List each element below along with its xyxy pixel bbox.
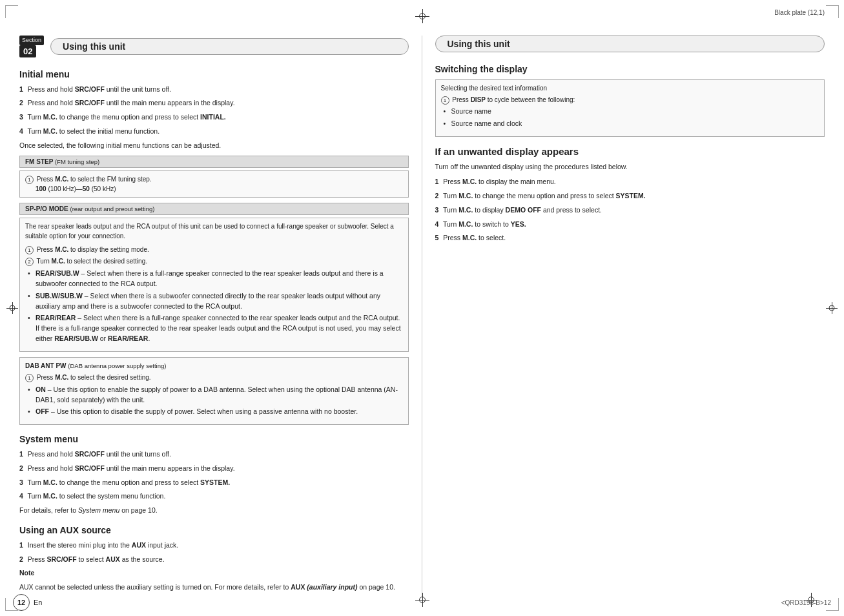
dab-title: DAB ANT PW (DAB antenna power supply set… [25, 361, 403, 371]
fm-step-content: 1 Press M.C. to select the FM tuning ste… [19, 170, 409, 198]
dab-circle-1: 1 [25, 374, 34, 382]
page-label: Black plate (12,1) [774, 9, 825, 16]
uw-step-4: 4 Turn M.C. to switch to YES. [435, 220, 825, 230]
sys-step-1: 1 Press and hold SRC/OFF until the unit … [19, 449, 409, 460]
fm-step-subtitle: (FM tuning step) [55, 158, 99, 165]
corner-mark-tl [5, 5, 18, 18]
sys-step-2: 2 Press and hold SRC/OFF until the main … [19, 464, 409, 474]
right-title-text: Using this unit [448, 39, 510, 49]
dab-bullets: ON – Use this option to enable the suppl… [25, 385, 403, 417]
bullet-sub-sub: SUB.W/SUB.W – Select when there is a sub… [36, 291, 403, 312]
sp-circle-1: 1 [25, 246, 34, 254]
sp-mode-box: SP-P/O MODE (rear output and preout sett… [19, 203, 409, 215]
left-title-text: Using this unit [63, 41, 125, 52]
sp-mode-title: SP-P/O MODE [25, 205, 68, 212]
uw-step-3: 3 Turn M.C. to display DEMO OFF and pres… [435, 205, 825, 216]
dab-ant-box: DAB ANT PW (DAB antenna power supply set… [19, 357, 409, 426]
step-1: 1 Press and hold SRC/OFF until the unit … [19, 85, 409, 95]
top-crosshair [415, 9, 429, 23]
system-menu-section: System menu 1 Press and hold SRC/OFF unt… [19, 434, 409, 516]
switching-box-text: Selecting the desired text information [441, 83, 819, 93]
right-title-bar: Using this unit [435, 36, 825, 52]
section-label: Section [19, 36, 44, 45]
step-3-text: Turn M.C. to change the menu option and … [28, 113, 226, 121]
section-num: 02 [19, 45, 36, 57]
sw-bullet-2: Source name and clock [451, 119, 819, 129]
unwanted-intro: Turn off the unwanted display using the … [435, 162, 825, 172]
footer-left: 12 En [13, 594, 42, 611]
step-2-text: Press and hold SRC/OFF until the main me… [28, 99, 235, 107]
dab-bullet-off: OFF – Use this option to disable the sup… [36, 407, 403, 417]
footer-lang: En [34, 599, 42, 606]
sp-mode-bullets: REAR/SUB.W – Select when there is a full… [25, 269, 403, 344]
page-num: 12 [13, 594, 30, 611]
system-menu-heading: System menu [19, 434, 409, 444]
step-4: 4 Turn M.C. to select the initial menu f… [19, 127, 409, 137]
sys-step-4-sub: For details, refer to System menu on pag… [19, 506, 409, 516]
step-4-sub: Once selected, the following initial men… [19, 141, 409, 151]
circle-1: 1 [25, 176, 34, 184]
switching-display-section: Switching the display Selecting the desi… [435, 64, 825, 137]
uw-step-5: 5 Press M.C. to select. [435, 233, 825, 243]
aux-source-section: Using an AUX source 1 Insert the stereo … [19, 525, 409, 593]
switching-box: Selecting the desired text information 1… [435, 79, 825, 137]
bullet-rear-rear: REAR/REAR – Select when there is a full-… [36, 313, 403, 344]
sp-circle-2: 2 [25, 258, 34, 266]
step-1-text: Press and hold SRC/OFF until the unit tu… [28, 85, 171, 93]
sp-mode-subtitle: (rear output and preout setting) [70, 205, 154, 212]
right-column: Using this unit Switching the display Se… [422, 36, 832, 597]
aux-note-text: AUX cannot be selected unless the auxili… [19, 582, 409, 593]
sp-mode-desc: The rear speaker leads output and the RC… [25, 221, 403, 241]
section-header-left: Section 02 Using this unit [19, 36, 409, 57]
aux-step-2: 2 Press SRC/OFF to select AUX as the sou… [19, 555, 409, 565]
switching-bullets: Source name Source name and clock [441, 107, 819, 129]
sw-circle-1: 1 [441, 96, 449, 105]
aux-heading: Using an AUX source [19, 525, 409, 535]
sp-mode-content: The rear speaker leads output and the RC… [19, 218, 409, 351]
left-column: Section 02 Using this unit Initial menu … [13, 36, 422, 597]
unwanted-display-section: If an unwanted display appears Turn off … [435, 146, 825, 244]
dab-bullet-on: ON – Use this option to enable the suppl… [36, 385, 403, 406]
footer-code: <QRD3198-B>12 [781, 599, 831, 606]
section-header-right: Using this unit [435, 36, 825, 52]
initial-menu-section: Initial menu 1 Press and hold SRC/OFF un… [19, 69, 409, 352]
switching-heading: Switching the display [435, 64, 825, 74]
corner-mark-tr [826, 5, 839, 18]
fm-step-box: FM STEP (FM tuning step) [19, 156, 409, 168]
unwanted-heading: If an unwanted display appears [435, 146, 825, 157]
step-3: 3 Turn M.C. to change the menu option an… [19, 112, 409, 123]
page-content: Section 02 Using this unit Initial menu … [13, 36, 831, 597]
bullet-rear-sub: REAR/SUB.W – Select when there is a full… [36, 269, 403, 289]
section-num-wrap: Section 02 [19, 36, 46, 57]
fm-step-title: FM STEP [25, 158, 53, 165]
step-2: 2 Press and hold SRC/OFF until the main … [19, 98, 409, 108]
uw-step-2: 2 Turn M.C. to change the menu option an… [435, 191, 825, 201]
aux-note-label: Note [19, 568, 409, 579]
initial-menu-heading: Initial menu [19, 69, 409, 79]
aux-step-1: 1 Insert the stereo mini plug into the A… [19, 540, 409, 551]
left-title-bar: Using this unit [50, 38, 408, 55]
page-footer: 12 En <QRD3198-B>12 [13, 594, 831, 611]
sys-step-3: 3 Turn M.C. to change the menu option an… [19, 478, 409, 488]
sys-step-4: 4 Turn M.C. to select the system menu fu… [19, 491, 409, 502]
uw-step-1: 1 Press M.C. to display the main menu. [435, 177, 825, 187]
step-4-text: Turn M.C. to select the initial menu fun… [28, 127, 160, 135]
sw-bullet-1: Source name [451, 107, 819, 117]
